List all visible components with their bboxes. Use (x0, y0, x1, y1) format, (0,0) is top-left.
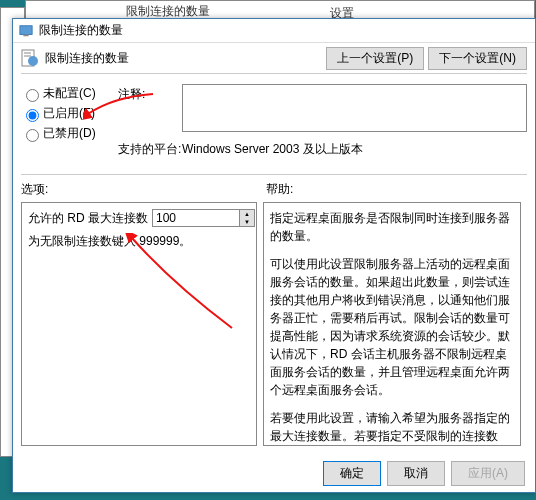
apply-button[interactable]: 应用(A) (451, 461, 525, 486)
app-icon (19, 24, 33, 38)
radio-disabled-input[interactable] (26, 129, 39, 142)
radio-enabled-label: 已启用(E) (43, 105, 95, 122)
help-p1: 指定远程桌面服务是否限制同时连接到服务器的数量。 (270, 209, 514, 245)
background-tab-title: 限制连接的数量 (126, 3, 426, 19)
help-panel[interactable]: 指定远程桌面服务是否限制同时连接到服务器的数量。 可以使用此设置限制服务器上活动… (263, 202, 521, 446)
columns: 允许的 RD 最大连接数 ▲ ▼ 为无限制连接数键入 999999。 指定远程桌… (13, 202, 535, 454)
spinner-up-button[interactable]: ▲ (240, 210, 254, 218)
radio-enabled[interactable]: 已启用(E) (21, 105, 118, 122)
radio-not-configured-label: 未配置(C) (43, 85, 96, 102)
svg-point-5 (28, 56, 38, 66)
spinner-down-button[interactable]: ▼ (240, 218, 254, 226)
max-conn-spinner[interactable]: ▲ ▼ (152, 209, 255, 227)
svg-rect-0 (20, 25, 32, 34)
radio-not-configured[interactable]: 未配置(C) (21, 85, 118, 102)
toolbar: 限制连接的数量 上一个设置(P) 下一个设置(N) (13, 43, 535, 73)
options-label: 选项: (21, 181, 266, 198)
titlebar-text: 限制连接的数量 (39, 22, 123, 39)
radio-group: 未配置(C) 已启用(E) 已禁用(D) (21, 82, 118, 145)
ok-button[interactable]: 确定 (323, 461, 381, 486)
dialog-footer: 确定 取消 应用(A) (323, 461, 525, 486)
next-setting-button[interactable]: 下一个设置(N) (428, 47, 527, 70)
help-p2: 可以使用此设置限制服务器上活动的远程桌面服务会话的数量。如果超出此数量，则尝试连… (270, 255, 514, 399)
help-label: 帮助: (266, 181, 293, 198)
platform-label: 支持的平台: (118, 139, 182, 158)
platform-value: Windows Server 2003 及以上版本 (182, 139, 527, 160)
max-conn-input[interactable] (153, 210, 239, 226)
radio-disabled[interactable]: 已禁用(D) (21, 125, 118, 142)
config-area: 未配置(C) 已启用(E) 已禁用(D) 注释: (13, 74, 535, 174)
help-p3: 若要使用此设置，请输入希望为服务器指定的最大连接数量。若要指定不受限制的连接数量… (270, 409, 514, 446)
cancel-button[interactable]: 取消 (387, 461, 445, 486)
radio-enabled-input[interactable] (26, 109, 39, 122)
svg-rect-1 (23, 34, 28, 36)
radio-disabled-label: 已禁用(D) (43, 125, 96, 142)
comment-textarea[interactable] (182, 84, 527, 132)
comment-label: 注释: (118, 84, 182, 103)
toolbar-title: 限制连接的数量 (45, 50, 322, 67)
titlebar[interactable]: 限制连接的数量 (13, 19, 535, 43)
unlimited-note: 为无限制连接数键入 999999。 (28, 233, 250, 250)
options-panel: 允许的 RD 最大连接数 ▲ ▼ 为无限制连接数键入 999999。 (21, 202, 257, 446)
policy-icon (21, 49, 39, 67)
policy-dialog: 限制连接的数量 限制连接的数量 上一个设置(P) 下一个设置(N) 未配置(C)… (12, 18, 536, 493)
prev-setting-button[interactable]: 上一个设置(P) (326, 47, 424, 70)
max-conn-label: 允许的 RD 最大连接数 (28, 210, 148, 227)
radio-not-configured-input[interactable] (26, 89, 39, 102)
background-panel-top: 限制连接的数量 设置 (25, 0, 535, 20)
